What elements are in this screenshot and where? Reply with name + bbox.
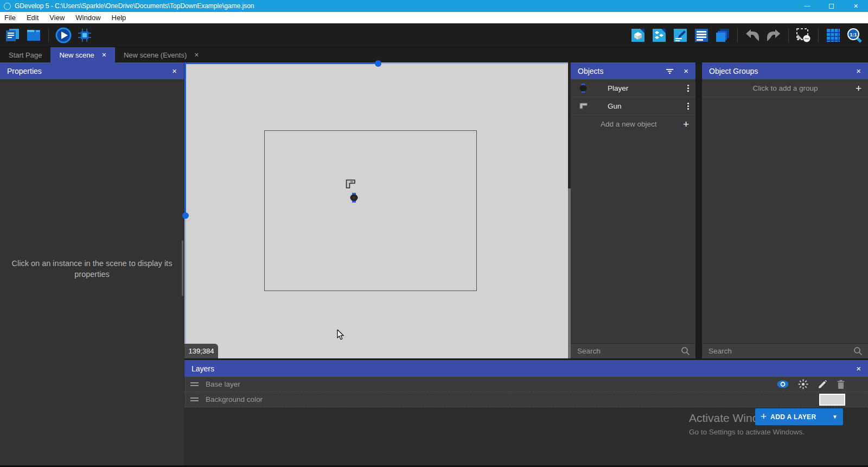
- minimize-icon: [805, 6, 810, 7]
- close-layers-icon[interactable]: ×: [856, 364, 861, 373]
- panel-divider: [695, 62, 702, 358]
- selection-edge-left: [184, 62, 186, 216]
- maximize-icon: [829, 4, 834, 9]
- window-border-left: [184, 216, 186, 358]
- close-window-button[interactable]: ×: [844, 0, 868, 12]
- close-objects-icon[interactable]: ×: [684, 67, 688, 75]
- tab-new-scene-events[interactable]: New scene (Events) ×: [115, 47, 208, 62]
- maximize-button[interactable]: [819, 0, 844, 12]
- menu-file[interactable]: File: [0, 14, 21, 22]
- layer-row-background-color[interactable]: Background color: [184, 392, 868, 407]
- tab-start-page[interactable]: Start Page: [0, 47, 50, 62]
- zoom-1-1-icon[interactable]: 1:1: [846, 27, 863, 43]
- window-title: GDevelop 5 - C:\Users\Sparkle\OneDrive\D…: [15, 2, 254, 10]
- resize-handle-top[interactable]: [375, 60, 381, 67]
- instances-list-icon[interactable]: [693, 27, 710, 43]
- dropdown-caret-icon[interactable]: ▼: [832, 414, 838, 420]
- menu-window[interactable]: Window: [70, 14, 106, 22]
- add-object-icon[interactable]: [630, 27, 646, 43]
- add-a-layer-button[interactable]: + ADD A LAYER ▼: [755, 408, 843, 425]
- gdevelop-window: GDevelop 5 - C:\Users\Sparkle\OneDrive\D…: [0, 0, 868, 467]
- svg-text:1:1: 1:1: [850, 31, 857, 37]
- undo-icon[interactable]: [744, 27, 761, 43]
- player-instance[interactable]: [350, 193, 358, 205]
- scene-canvas[interactable]: 139;384: [184, 62, 568, 358]
- layer-name: Base layer: [206, 380, 240, 388]
- menu-edit[interactable]: Edit: [21, 14, 44, 22]
- gun-sprite-icon: [579, 102, 589, 110]
- add-icon: +: [761, 411, 767, 422]
- add-group-row[interactable]: Click to add a group +: [702, 79, 868, 97]
- object-name: Player: [608, 84, 628, 92]
- toolbar: 1:1: [0, 23, 868, 47]
- cursor-coordinates-badge: 139;384: [184, 344, 218, 358]
- project-manager-icon[interactable]: [4, 27, 21, 43]
- background-color-swatch[interactable]: [819, 394, 845, 406]
- drag-handle-icon[interactable]: [190, 397, 199, 401]
- object-groups-icon[interactable]: [651, 27, 667, 43]
- edit-layer-pencil-icon[interactable]: [818, 380, 827, 389]
- toolbar-separator: [818, 28, 819, 42]
- titlebar: GDevelop 5 - C:\Users\Sparkle\OneDrive\D…: [0, 0, 868, 12]
- gun-instance[interactable]: [346, 179, 356, 191]
- layer-row-base[interactable]: Base layer: [184, 377, 868, 392]
- toolbar-separator: [48, 28, 49, 42]
- object-row-gun[interactable]: Gun: [571, 97, 695, 115]
- drag-handle-icon[interactable]: [190, 382, 199, 386]
- filter-icon[interactable]: [666, 68, 674, 74]
- toolbar-separator: [788, 28, 789, 42]
- close-tab-icon[interactable]: ×: [194, 51, 199, 59]
- search-icon: [853, 346, 863, 356]
- objects-header: Objects ×: [571, 62, 695, 79]
- menu-help[interactable]: Help: [106, 14, 132, 22]
- effects-icon[interactable]: [798, 379, 808, 389]
- close-tab-icon[interactable]: ×: [102, 51, 106, 59]
- tab-new-scene[interactable]: New scene ×: [50, 47, 115, 62]
- properties-title: Properties: [7, 67, 42, 75]
- close-object-groups-icon[interactable]: ×: [856, 67, 861, 75]
- visibility-eye-icon[interactable]: [777, 380, 789, 388]
- game-window-outline: [264, 130, 477, 291]
- tabbar: Start Page New scene × New scene (Events…: [0, 47, 868, 62]
- object-groups-search-bar: [702, 343, 868, 358]
- objects-title: Objects: [578, 67, 603, 75]
- object-groups-title: Object Groups: [709, 67, 758, 75]
- layers-icon[interactable]: [714, 27, 731, 43]
- start-page-icon[interactable]: [25, 27, 42, 43]
- objects-search-bar: [571, 343, 695, 358]
- player-sprite-icon: [579, 84, 589, 93]
- layers-header: Layers ×: [184, 360, 868, 377]
- object-groups-search-input[interactable]: [702, 347, 853, 355]
- object-groups-panel: Object Groups × Click to add a group +: [702, 62, 868, 358]
- redo-icon[interactable]: [765, 27, 782, 43]
- menubar: File Edit View Window Help: [0, 12, 868, 23]
- add-icon: +: [683, 119, 689, 129]
- resize-handle-left[interactable]: [182, 212, 189, 219]
- gdevelop-logo-icon: [4, 3, 11, 10]
- objects-panel: Objects × Player Gun Add a new object +: [571, 62, 695, 358]
- edit-scene-properties-icon[interactable]: [672, 27, 688, 43]
- layer-name: Background color: [206, 395, 263, 403]
- properties-scrollbar[interactable]: [182, 241, 183, 296]
- add-icon: +: [856, 83, 861, 93]
- search-icon: [681, 346, 690, 356]
- layers-title: Layers: [192, 364, 214, 373]
- properties-header: Properties ×: [0, 62, 184, 79]
- delete-layer-trash-icon[interactable]: [837, 380, 845, 389]
- add-new-object-row[interactable]: Add a new object +: [571, 115, 695, 132]
- object-row-player[interactable]: Player: [571, 79, 695, 97]
- mask-icon[interactable]: [795, 27, 812, 43]
- mouse-cursor-icon: [337, 330, 347, 343]
- properties-empty-message: Click on an instance in the scene to dis…: [8, 258, 176, 280]
- objects-search-input[interactable]: [571, 347, 681, 355]
- close-properties-icon[interactable]: ×: [172, 67, 177, 75]
- more-options-icon[interactable]: [687, 85, 689, 92]
- minimize-button[interactable]: [795, 0, 819, 12]
- layers-panel: Layers × Base layer: [184, 358, 868, 465]
- grid-icon[interactable]: [825, 27, 841, 43]
- play-icon[interactable]: [55, 27, 72, 43]
- menu-view[interactable]: View: [44, 14, 70, 22]
- debug-icon[interactable]: [76, 27, 93, 43]
- object-groups-header: Object Groups ×: [702, 62, 868, 79]
- more-options-icon[interactable]: [687, 103, 689, 110]
